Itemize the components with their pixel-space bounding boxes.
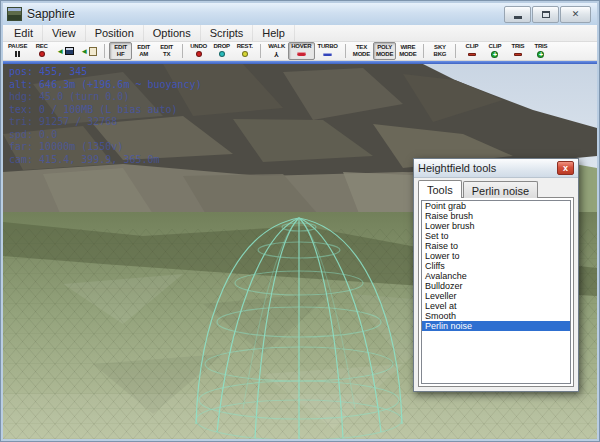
toolbar-separator xyxy=(260,44,261,58)
toolbar-button-label: CLIP xyxy=(489,44,502,50)
tool-item-cliffs[interactable]: Cliffs xyxy=(422,261,570,271)
tool-item-point-grab[interactable]: Point grab xyxy=(422,201,570,211)
toolbar-button-edit-hf[interactable]: EDITHF xyxy=(109,42,132,60)
menu-position[interactable]: Position xyxy=(86,25,144,41)
toolbar-button-clipboard-paste[interactable]: ◄ xyxy=(77,42,100,60)
toolbar-button-turbo[interactable]: TURBO xyxy=(315,42,341,60)
tool-item-bulldozer[interactable]: Bulldozer xyxy=(422,281,570,291)
hud-line: tri: 91257 / 32768 xyxy=(9,116,202,129)
tool-item-smooth[interactable]: Smooth xyxy=(422,311,570,321)
toolbar-button-label: TURBO xyxy=(318,44,338,50)
dialog-close-button[interactable]: x xyxy=(557,161,574,175)
toolbar-separator xyxy=(182,44,183,58)
toolbar-button-tex-mode[interactable]: TEXMODE xyxy=(350,42,373,60)
tool-item-raise-to[interactable]: Raise to xyxy=(422,241,570,251)
hud-line: far: 10000m (1350v) xyxy=(9,141,202,154)
toolbar-button-label: MODE xyxy=(353,52,370,58)
toolbar-button-floppy-save[interactable]: ◄ xyxy=(53,42,77,60)
toolbar-button-clip[interactable]: CLIP xyxy=(460,42,483,60)
pause-bars-icon xyxy=(15,51,20,58)
tab-perlin-noise[interactable]: Perlin noise xyxy=(463,181,538,198)
toolbar-button-label: DROP xyxy=(213,44,230,50)
toolbar-button-sky-bkg[interactable]: SKYBKG xyxy=(428,42,451,60)
toolbar-button-clip[interactable]: CLIP+ xyxy=(483,42,506,60)
toolbar-button-hover[interactable]: HOVER xyxy=(288,42,314,60)
menu-scripts[interactable]: Scripts xyxy=(201,25,254,41)
dialog-tabs: ToolsPerlin noise xyxy=(418,181,574,198)
toolbar-separator xyxy=(423,44,424,58)
toolbar-button-tris[interactable]: TRIS xyxy=(506,42,529,60)
maximize-icon xyxy=(542,11,550,18)
toolbar-button-rec[interactable]: REC xyxy=(30,42,53,60)
menu-options[interactable]: Options xyxy=(144,25,201,41)
toolbar-button-label: CLIP xyxy=(466,44,479,50)
dialog-title-bar[interactable]: Heightfield tools x xyxy=(414,159,578,178)
tool-item-avalanche[interactable]: Avalanche xyxy=(422,271,570,281)
tools-listbox[interactable]: Point grabRaise brushLower brushSet toRa… xyxy=(421,200,571,384)
tool-item-set-to[interactable]: Set to xyxy=(422,231,570,241)
clipboard-paste-icon: ◄ xyxy=(80,48,97,55)
toolbar-separator xyxy=(455,44,456,58)
toolbar-button-wire-mode[interactable]: WIREMODE xyxy=(396,42,419,60)
floppy-save-icon: ◄ xyxy=(56,48,74,55)
toolbar-button-label: EDIT xyxy=(160,45,173,51)
tool-item-leveller[interactable]: Leveller xyxy=(422,291,570,301)
hover-vehicle-icon xyxy=(297,51,306,58)
dialog-close-icon: x xyxy=(563,163,568,173)
toolbar-button-label: REST. xyxy=(237,44,253,50)
toolbar-button-poly-mode[interactable]: POLYMODE xyxy=(373,42,396,60)
hud-line: tex: 0 / 100MB (L bias auto) xyxy=(9,104,202,117)
tool-item-level-at[interactable]: Level at xyxy=(422,301,570,311)
tool-item-lower-brush[interactable]: Lower brush xyxy=(422,221,570,231)
plus-icon: + xyxy=(491,51,498,58)
toolbar-button-label: PAUSE xyxy=(8,44,27,50)
hud-line: hdg: 45.0 (turn 0.0) xyxy=(9,91,202,104)
app-window: Sapphire ✕ EditViewPositionOptionsScript… xyxy=(0,0,600,442)
close-button[interactable]: ✕ xyxy=(560,6,591,23)
hud-readout: pos: 455, 345alt: 646.3m (+196.6m ~ buoy… xyxy=(9,66,202,166)
minus-icon xyxy=(468,51,476,58)
toolbar-button-pause[interactable]: PAUSE xyxy=(5,42,30,60)
toolbar-button-label: SKY xyxy=(434,45,446,51)
tab-tools[interactable]: Tools xyxy=(418,180,462,198)
toolbar-button-label: MODE xyxy=(399,52,416,58)
turbo-dashes-icon xyxy=(323,51,332,58)
hud-line: spd: 0.0 xyxy=(9,129,202,142)
toolbar-button-label: POLY xyxy=(377,45,392,51)
toolbar-separator xyxy=(104,44,105,58)
toolbar-button-drop[interactable]: DROP xyxy=(210,42,233,60)
hud-line: alt: 646.3m (+196.6m ~ buoyancy) xyxy=(9,79,202,92)
minimize-button[interactable] xyxy=(504,6,531,23)
dialog-title: Heightfield tools xyxy=(418,162,496,174)
toolbar-button-label: TX xyxy=(163,52,170,58)
dot-icon xyxy=(242,51,248,58)
dot-icon xyxy=(39,51,45,58)
toolbar-separator xyxy=(345,44,346,58)
title-bar[interactable]: Sapphire ✕ xyxy=(3,3,597,25)
toolbar-button-label: UNDO xyxy=(190,44,207,50)
tool-item-perlin-noise[interactable]: Perlin noise xyxy=(422,321,570,331)
toolbar-button-label: BKG xyxy=(434,52,447,58)
toolbar-button-edit-tx[interactable]: EDITTX xyxy=(155,42,178,60)
toolbar-button-undo[interactable]: UNDO xyxy=(187,42,210,60)
toolbar-button-rest[interactable]: REST. xyxy=(233,42,256,60)
toolbar-button-label: EDIT xyxy=(137,45,150,51)
close-icon: ✕ xyxy=(572,9,580,19)
heightfield-tools-dialog: Heightfield tools x ToolsPerlin noise Po… xyxy=(413,158,579,392)
dialog-body: ToolsPerlin noise Point grabRaise brushL… xyxy=(414,178,578,391)
window-title: Sapphire xyxy=(27,7,75,21)
dot-icon xyxy=(219,51,225,58)
toolbar-button-tris[interactable]: TRIS+ xyxy=(529,42,552,60)
tool-item-lower-to[interactable]: Lower to xyxy=(422,251,570,261)
tool-item-raise-brush[interactable]: Raise brush xyxy=(422,211,570,221)
toolbar-button-label: WIRE xyxy=(400,45,415,51)
menu-edit[interactable]: Edit xyxy=(5,25,43,41)
plus-icon: + xyxy=(537,51,544,58)
toolbar-button-walk[interactable]: WALKY xyxy=(265,42,288,60)
menu-view[interactable]: View xyxy=(43,25,86,41)
maximize-button[interactable] xyxy=(532,6,559,23)
dot-icon xyxy=(196,51,202,58)
menu-help[interactable]: Help xyxy=(253,25,295,41)
toolbar-button-edit-am[interactable]: EDITAM xyxy=(132,42,155,60)
terrain-viewport[interactable]: pos: 455, 345alt: 646.3m (+196.6m ~ buoy… xyxy=(3,64,597,439)
